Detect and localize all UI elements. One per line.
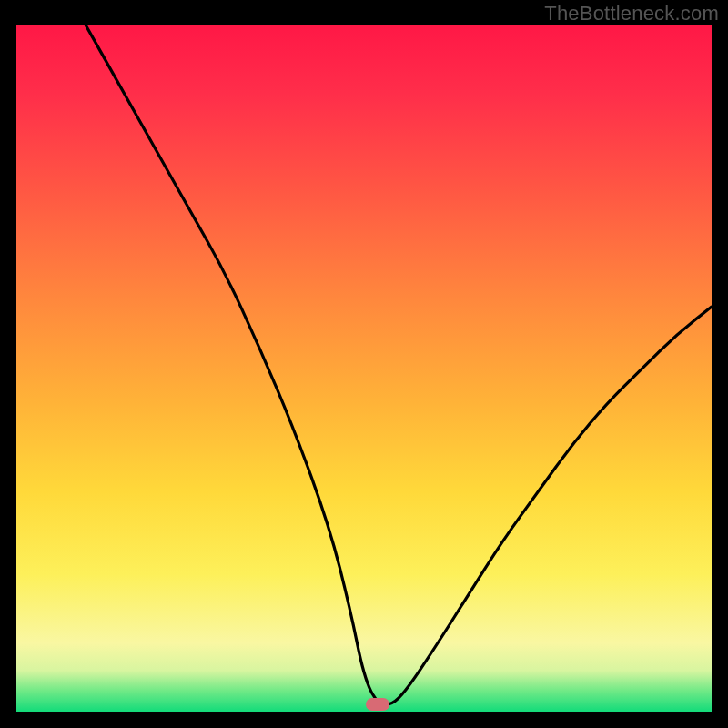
plot-area (16, 25, 712, 712)
trough-marker (366, 698, 389, 711)
chart-frame: TheBottleneck.com (0, 0, 728, 728)
bottleneck-curve (16, 25, 712, 712)
watermark-text: TheBottleneck.com (544, 2, 719, 25)
curve-path (86, 25, 712, 705)
